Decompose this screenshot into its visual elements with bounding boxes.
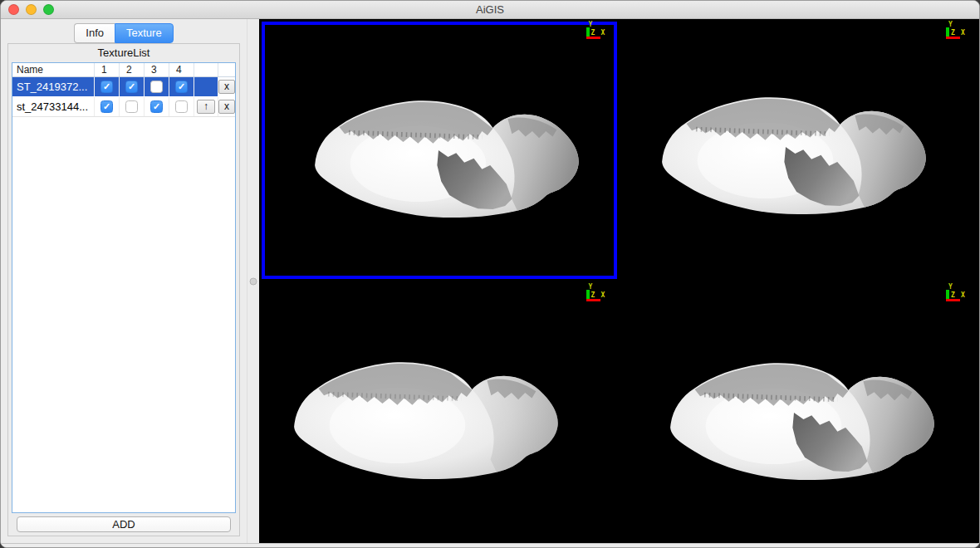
asteroid-model <box>651 65 950 235</box>
texture-channel-2-checkbox[interactable] <box>125 81 138 93</box>
y-axis-bar <box>946 27 949 37</box>
app-window: AiGIS InfoTexture TextureList Name 1 2 3… <box>0 0 980 548</box>
column-header-delete <box>218 63 235 76</box>
texture-name[interactable]: st_24733144... <box>12 97 94 116</box>
tab-texture[interactable]: Texture <box>115 23 174 43</box>
table-header: Name 1 2 3 4 <box>12 63 235 77</box>
window-title: AiGIS <box>476 3 504 16</box>
add-texture-button[interactable]: ADD <box>17 516 231 532</box>
x-axis-bar <box>586 299 600 301</box>
texture-name[interactable]: ST_2419372... <box>12 77 94 96</box>
texture-channel-1-checkbox[interactable] <box>100 81 113 93</box>
texture-channel-4-checkbox[interactable] <box>175 100 188 113</box>
axis-gizmo: Y Z X <box>945 285 967 302</box>
y-axis-bar <box>586 27 590 37</box>
texture-channel-4-checkbox[interactable] <box>175 81 188 93</box>
axis-y-label: Y <box>589 21 593 28</box>
close-button[interactable] <box>8 4 19 15</box>
viewport-pane-bottom-left[interactable]: Y Z X <box>259 281 620 544</box>
panel-splitter[interactable] <box>247 19 259 543</box>
x-axis-bar <box>946 299 960 301</box>
table-row[interactable]: ST_2419372... x <box>12 77 235 97</box>
content-area: InfoTexture TextureList Name 1 2 3 4 ST_… <box>1 19 979 543</box>
tab-info[interactable]: Info <box>74 23 115 43</box>
column-header-up <box>194 63 218 76</box>
axis-z-label: Z <box>591 291 595 299</box>
axis-x-label: X <box>961 29 965 37</box>
asteroid-model <box>659 331 958 502</box>
title-bar[interactable]: AiGIS <box>1 1 979 19</box>
axis-x-label: X <box>961 291 965 299</box>
move-up-button[interactable]: ↑ <box>197 100 215 114</box>
texture-channel-3-checkbox[interactable] <box>150 81 163 93</box>
x-axis-bar <box>586 37 600 39</box>
axis-z-label: Z <box>591 29 595 37</box>
texture-panel: TextureList Name 1 2 3 4 ST_2419372... <box>7 43 240 536</box>
texture-table: Name 1 2 3 4 ST_2419372... x st_24733144… <box>12 62 236 513</box>
axis-y-label: Y <box>948 283 953 291</box>
column-header-name: Name <box>12 63 94 76</box>
asteroid-model <box>283 330 582 501</box>
axis-z-label: Z <box>951 29 955 37</box>
texture-channel-3-checkbox[interactable] <box>150 100 163 113</box>
axis-y-label: Y <box>948 21 953 28</box>
texture-table-body: ST_2419372... x st_24733144... ↑ x <box>12 77 235 117</box>
column-header-1: 1 <box>94 63 119 76</box>
panel-title: TextureList <box>8 44 239 62</box>
texture-channel-1-checkbox[interactable] <box>100 100 113 113</box>
column-header-3: 3 <box>144 63 169 76</box>
delete-texture-button[interactable]: x <box>218 100 235 114</box>
table-row[interactable]: st_24733144... ↑ x <box>12 97 235 117</box>
viewport-grid: Y Z X Y Z X <box>259 19 979 543</box>
window-controls <box>8 4 54 15</box>
x-axis-bar <box>946 37 960 39</box>
texture-channel-2-checkbox[interactable] <box>125 100 138 113</box>
column-header-2: 2 <box>119 63 144 76</box>
tab-bar: InfoTexture <box>1 23 247 43</box>
column-header-4: 4 <box>169 63 194 76</box>
sidebar: InfoTexture TextureList Name 1 2 3 4 ST_… <box>1 19 247 543</box>
minimize-button[interactable] <box>26 4 37 15</box>
axis-z-label: Z <box>951 291 955 299</box>
axis-gizmo: Y Z X <box>586 285 607 302</box>
window-bottom-edge <box>1 543 979 548</box>
viewport-pane-top-right[interactable]: Y Z X <box>620 19 980 281</box>
viewport-pane-top-left[interactable]: Y Z X <box>259 19 620 281</box>
delete-texture-button[interactable]: x <box>218 80 235 94</box>
viewport-pane-bottom-right[interactable]: Y Z X <box>620 281 980 544</box>
splitter-knob[interactable] <box>250 277 257 285</box>
axis-x-label: X <box>601 291 605 299</box>
zoom-button[interactable] <box>43 4 54 15</box>
asteroid-model <box>304 68 603 238</box>
y-axis-bar <box>586 290 590 299</box>
axis-gizmo: Y Z X <box>945 22 967 40</box>
axis-x-label: X <box>601 29 605 37</box>
axis-gizmo: Y Z X <box>586 22 607 40</box>
axis-y-label: Y <box>589 283 593 291</box>
y-axis-bar <box>946 290 949 299</box>
